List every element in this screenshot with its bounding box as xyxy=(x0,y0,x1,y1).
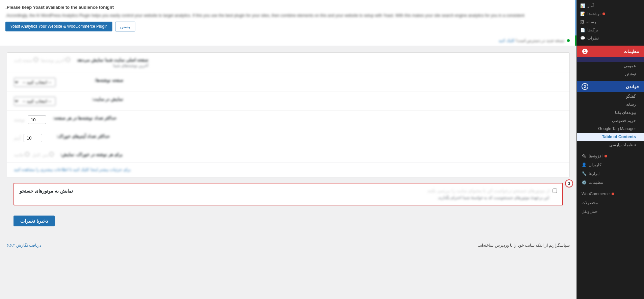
posts-per-page-input[interactable] xyxy=(28,116,46,124)
pages-label: برگه‌ها xyxy=(587,28,598,32)
label-title-6: برای هر نوشته در خوراک، نمایش: xyxy=(60,152,123,157)
info-text: نسخه جدید در دسترس است! کلیک کنید xyxy=(5,38,567,43)
users-icon: 👤 xyxy=(582,163,587,167)
radio-summary[interactable] xyxy=(25,152,29,156)
search-engines-box: از موتورهای جستجو درخواست کن تا محتوای س… xyxy=(14,183,563,205)
reading-section-header xyxy=(577,57,644,62)
info-bar: نسخه جدید در دسترس است! کلیک کنید xyxy=(0,35,576,46)
green-dot xyxy=(567,39,570,42)
chart-icon: 📊 xyxy=(580,3,585,8)
search-engines-checkbox-label: از موتورهای جستجو درخواست کن تا محتوای س… xyxy=(427,188,557,193)
notice-body: Accordingly, the AI WordPress Analytics … xyxy=(5,13,570,19)
pages-icon: 📄 xyxy=(580,28,585,32)
sidebar-item-media[interactable]: رسانه 🖼 xyxy=(580,19,641,25)
sidebar-item-shipping[interactable]: حمل‌ونقل xyxy=(577,207,644,216)
radio-posts[interactable] xyxy=(66,57,70,62)
radio-label-1: آخرین نوشته‌ها xyxy=(41,57,71,63)
plugins-icon: 🔌 xyxy=(582,154,587,158)
footer-link[interactable]: دربافت نگارش ۶.۶.۲ xyxy=(7,243,41,248)
save-row: ذخیرهٔ تغییرات xyxy=(7,212,570,233)
sidebar-item-toc[interactable]: Table of Contents xyxy=(577,133,644,141)
plugins-label: افزونه‌ها xyxy=(589,154,602,158)
sidebar-item-writing[interactable]: نوشتن xyxy=(577,70,644,78)
media-icon: 🖼 xyxy=(580,20,584,24)
sidebar-item-plugins[interactable]: افزونه‌ها 🔌 xyxy=(577,152,644,160)
sidebar-item-stats[interactable]: آمار 📊 xyxy=(580,3,641,9)
notice-title: Please keep Yoast available to the audie… xyxy=(5,4,570,11)
sidebar-section-settings: تنظیمات 1 عمومی نوشتن xyxy=(577,44,644,79)
settings-control-5: آیتم xyxy=(14,134,42,142)
media-label: رسانه xyxy=(586,20,596,24)
settings-row-5: حداکثر تعداد آیتم‌های خوراک: آیتم xyxy=(7,129,569,147)
sidebar-item-permalinks[interactable]: پیوندهای یکتا xyxy=(577,108,644,117)
badge1: 1 xyxy=(582,48,588,55)
sidebar-item-discussion[interactable]: گفتگو xyxy=(577,92,644,100)
settings-label-4: حداکثر تعداد نوشته‌ها در هر صفحه: xyxy=(53,116,116,121)
sidebar-item-users[interactable]: کاربران 👤 xyxy=(577,160,644,169)
settings-label-3: نمایش در سایت: xyxy=(62,97,123,102)
display-select[interactable]: -- انتخاب کنید -- xyxy=(14,97,56,106)
dismiss-button[interactable]: بستن xyxy=(115,22,135,31)
sidebar-item-pages[interactable]: برگه‌ها 📄 xyxy=(580,27,641,33)
info-link[interactable]: کلیک کنید xyxy=(499,38,515,43)
red-dot-woo xyxy=(612,193,614,195)
settings-control-2: -- انتخاب کنید -- xyxy=(14,78,56,87)
red-dot-plugins xyxy=(605,155,607,157)
settings-control-1: آخرین نوشته‌ها صفحه ثابت xyxy=(14,57,70,63)
settings-icon: ⚙️ xyxy=(582,180,587,185)
sidebar-item-general[interactable]: عمومی xyxy=(577,62,644,70)
page-select[interactable]: -- انتخاب کنید -- xyxy=(14,78,56,87)
notice-bar-1: Please keep Yoast available to the audie… xyxy=(0,0,576,35)
label-title-4: حداکثر تعداد نوشته‌ها در هر صفحه: xyxy=(53,116,116,121)
comments-label: نظرات xyxy=(587,36,599,41)
sidebar-item-woo[interactable]: WooCommerce xyxy=(577,190,644,198)
settings-row-4: حداکثر تعداد نوشته‌ها در هر صفحه: نوشته xyxy=(7,111,569,129)
search-engines-checkbox[interactable] xyxy=(553,189,557,193)
label-title-5: حداکثر تعداد آیتم‌های خوراک: xyxy=(49,134,110,139)
full-row-text: برای جزئیات بیشتر اینجا کلیک کنید تا اطل… xyxy=(14,167,131,172)
settings-label-1: صفحه اصلی سایت شما نمایش می‌دهد آخرین نو… xyxy=(77,57,148,68)
sidebar-item-gtm[interactable]: Google Tag Manager xyxy=(577,125,644,133)
reading-section-header2[interactable]: خواندن 2 xyxy=(577,81,644,92)
radio-label-2: صفحه ثابت xyxy=(14,57,38,63)
sidebar-item-persian[interactable]: تنظیمات پارسی xyxy=(577,141,644,149)
settings-area: صفحه اصلی سایت شما نمایش می‌دهد آخرین نو… xyxy=(0,46,576,240)
badge2: 2 xyxy=(582,83,588,90)
products-label: محصولات xyxy=(582,200,598,205)
annotation-badge-3: 3 xyxy=(565,179,573,188)
settings-control-6: متن کامل خلاصه xyxy=(14,152,54,157)
sidebar-item-settings[interactable]: تنظیمات ⚙️ xyxy=(577,178,644,187)
settings-full-row: برای جزئیات بیشتر اینجا کلیک کنید تا اطل… xyxy=(7,163,569,177)
settings-row-6: برای هر نوشته در خوراک، نمایش: متن کامل … xyxy=(7,147,569,163)
settings-section-label: تنظیمات xyxy=(623,49,639,54)
tools-icon: 🔧 xyxy=(582,171,587,176)
shipping-label: حمل‌ونقل xyxy=(582,209,597,214)
sidebar-item-tools[interactable]: ابزارها 🔧 xyxy=(577,169,644,178)
settings-sub-items: عمومی نوشتن xyxy=(577,62,644,78)
radio-full[interactable] xyxy=(49,152,54,156)
settings-control-4: نوشته xyxy=(14,116,46,124)
label-title-3: نمایش در سایت: xyxy=(62,97,123,102)
settings-section-header[interactable]: تنظیمات 1 xyxy=(577,46,644,57)
sidebar-section-reading: خواندن 2 گفتگو رسانه پیوندهای یکتا حریم … xyxy=(577,79,644,150)
search-engines-sub-desc: این برعهدهٔ موتورهای جستجوست که به خواست… xyxy=(427,195,549,200)
radio-page[interactable] xyxy=(34,57,38,62)
woo-label: WooCommerce xyxy=(582,192,610,196)
label-title-1: صفحه اصلی سایت شما نمایش می‌دهد xyxy=(77,57,148,63)
sidebar-item-media[interactable]: رسانه xyxy=(577,100,644,108)
save-button[interactable]: ذخیرهٔ تغییرات xyxy=(14,216,55,226)
search-engines-right: از موتورهای جستجو درخواست کن تا محتوای س… xyxy=(427,188,557,200)
action-button[interactable]: Yoast Analytics Your Website & WooCommer… xyxy=(5,22,112,31)
comments-icon: 💬 xyxy=(580,36,585,41)
sidebar: آمار 📊 نوشته‌ها 📝 رسانه 🖼 برگه‌ها 📄 نظرا… xyxy=(576,0,644,299)
users-label: کاربران xyxy=(589,163,601,167)
sidebar-item-products[interactable]: محصولات xyxy=(577,198,644,207)
sidebar-item-posts[interactable]: نوشته‌ها 📝 xyxy=(580,11,641,17)
sidebar-section-bottom: WooCommerce محصولات حمل‌ونقل xyxy=(577,188,644,217)
settings-row-3: نمایش در سایت: -- انتخاب کنید -- xyxy=(7,92,569,111)
sidebar-item-comments[interactable]: نظرات 💬 xyxy=(580,35,641,41)
sidebar-item-privacy[interactable]: حریم خصوصی xyxy=(577,117,644,125)
posts-icon: 📝 xyxy=(580,11,585,16)
feed-items-input[interactable] xyxy=(24,134,42,142)
settings-row-2: صفحه نوشته‌ها: -- انتخاب کنید -- xyxy=(7,73,569,92)
